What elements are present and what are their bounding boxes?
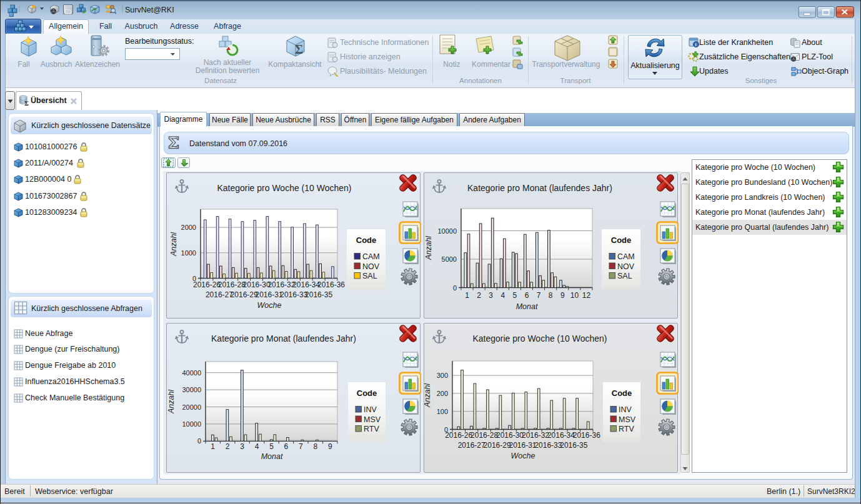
svg-text:7: 7	[537, 291, 541, 300]
svg-text:2016-33: 2016-33	[280, 290, 307, 299]
svg-text:2016-34: 2016-34	[547, 431, 575, 440]
svg-text:Anzahl: Anzahl	[424, 235, 433, 260]
svg-text:2016-35: 2016-35	[305, 290, 332, 299]
svg-text:2016-26: 2016-26	[193, 280, 221, 289]
svg-text:20000: 20000	[182, 403, 201, 411]
svg-text:5: 5	[513, 291, 517, 300]
svg-text:2016-27: 2016-27	[458, 441, 485, 450]
svg-text:1: 1	[465, 291, 469, 300]
svg-text:40000: 40000	[182, 369, 201, 377]
svg-text:Anzahl: Anzahl	[424, 383, 432, 408]
svg-text:Kategorie pro Monat (laufendes: Kategorie pro Monat (laufendes Jahr)	[211, 334, 356, 343]
svg-text:9: 9	[328, 442, 332, 451]
svg-text:2016-32: 2016-32	[522, 431, 549, 440]
svg-text:Code: Code	[611, 235, 632, 245]
svg-text:3: 3	[240, 442, 244, 451]
svg-text:RTV: RTV	[619, 425, 634, 433]
svg-text:2000: 2000	[181, 224, 196, 231]
svg-text:1: 1	[211, 442, 215, 451]
svg-text:Woche: Woche	[257, 301, 282, 310]
svg-text:9: 9	[560, 291, 565, 300]
svg-text:INV: INV	[619, 405, 632, 414]
svg-text:2016-31: 2016-31	[255, 290, 282, 299]
svg-text:SAL: SAL	[362, 272, 377, 280]
svg-text:i: i	[695, 42, 697, 47]
svg-text:Kategorie pro Woche (10 Wochen: Kategorie pro Woche (10 Wochen)	[217, 183, 351, 193]
svg-text:2016-27: 2016-27	[206, 290, 233, 299]
svg-text:Monat: Monat	[516, 302, 538, 311]
svg-text:100: 100	[437, 408, 448, 415]
svg-text:Woche: Woche	[511, 452, 535, 460]
svg-text:0: 0	[197, 437, 201, 445]
svg-text:MSV: MSV	[619, 415, 636, 424]
svg-text:2016-34: 2016-34	[292, 280, 320, 289]
svg-text:Monat: Monat	[261, 452, 283, 461]
svg-text:8: 8	[549, 291, 553, 300]
svg-text:5000: 5000	[442, 255, 457, 263]
svg-text:4: 4	[500, 291, 505, 300]
svg-text:Kategorie pro Woche (10 Wochen: Kategorie pro Woche (10 Wochen)	[472, 334, 607, 343]
svg-text:2016-28: 2016-28	[218, 280, 246, 289]
svg-text:8: 8	[313, 442, 317, 451]
svg-text:RTV: RTV	[364, 425, 379, 433]
svg-text:6: 6	[525, 291, 529, 300]
svg-text:6: 6	[284, 442, 289, 451]
svg-text:2016-26: 2016-26	[445, 431, 472, 440]
svg-text:2016-35: 2016-35	[560, 441, 587, 450]
svg-text:SAL: SAL	[617, 272, 632, 280]
svg-text:10000: 10000	[437, 227, 457, 235]
svg-text:CAM: CAM	[362, 252, 380, 261]
svg-text:10000: 10000	[182, 420, 201, 428]
svg-text:1000: 1000	[181, 249, 196, 257]
svg-text:0: 0	[453, 284, 457, 292]
svg-text:Kategorie pro Monat (laufendes: Kategorie pro Monat (laufendes Jahr)	[467, 183, 612, 193]
svg-text:300: 300	[437, 372, 448, 379]
svg-text:INV: INV	[364, 405, 377, 414]
svg-text:2016-30: 2016-30	[243, 280, 271, 289]
svg-text:2016-30: 2016-30	[496, 431, 524, 440]
svg-text:MSV: MSV	[364, 415, 381, 424]
svg-text:30000: 30000	[182, 386, 201, 393]
svg-text:CAM: CAM	[617, 252, 635, 261]
svg-text:7: 7	[299, 442, 303, 451]
svg-text:2016-36: 2016-36	[317, 280, 345, 289]
svg-text:2016-28: 2016-28	[470, 431, 498, 440]
svg-text:3: 3	[489, 291, 493, 300]
svg-text:2016-31: 2016-31	[509, 441, 536, 450]
svg-text:2016-36: 2016-36	[573, 431, 600, 440]
svg-text:200: 200	[437, 390, 448, 397]
svg-text:Σ: Σ	[295, 42, 303, 56]
svg-text:2: 2	[226, 442, 230, 451]
svg-text:2016-29: 2016-29	[484, 441, 511, 450]
svg-text:Code: Code	[356, 235, 377, 245]
svg-text:2016-32: 2016-32	[267, 280, 295, 289]
svg-text:Code: Code	[612, 388, 632, 398]
svg-text:10: 10	[570, 291, 579, 300]
svg-text:4: 4	[255, 442, 259, 451]
svg-text:2: 2	[477, 291, 481, 300]
svg-text:NOV: NOV	[617, 262, 635, 271]
svg-text:Anzahl: Anzahl	[169, 232, 178, 257]
svg-text:Σ: Σ	[24, 99, 29, 107]
svg-text:12: 12	[582, 291, 591, 300]
svg-text:2016-33: 2016-33	[534, 441, 562, 450]
svg-text:2016-29: 2016-29	[231, 290, 258, 299]
svg-text:NOV: NOV	[362, 262, 380, 271]
svg-text:Anzahl: Anzahl	[167, 389, 176, 414]
svg-text:5: 5	[269, 442, 274, 451]
svg-text:Code: Code	[357, 388, 377, 398]
